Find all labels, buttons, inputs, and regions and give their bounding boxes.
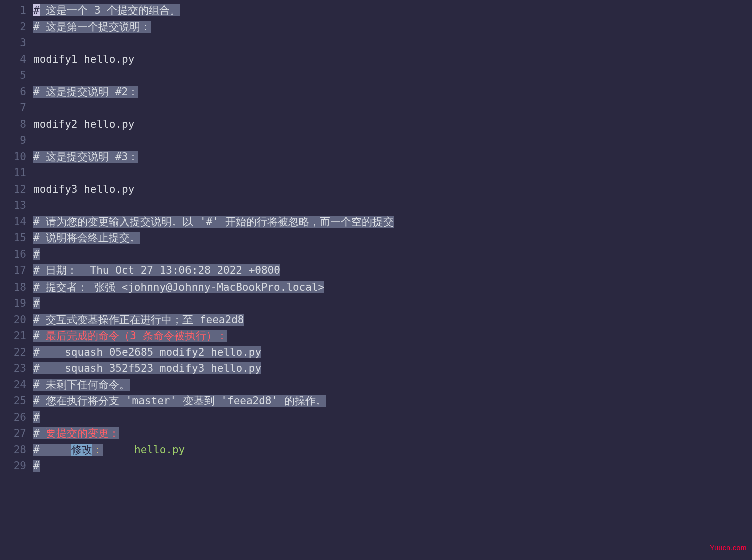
line-number: 12	[0, 181, 28, 198]
line-number: 25	[0, 393, 28, 409]
code-line[interactable]	[33, 132, 394, 149]
code-segment: #	[33, 248, 40, 260]
code-line[interactable]: # 您在执行将分支 'master' 变基到 'feea2d8' 的操作。	[33, 393, 394, 409]
code-segment: # 提交者： 张强 <johnny@Johnny-MacBookPro.loca…	[33, 281, 324, 293]
code-line[interactable]: # 最后完成的命令（3 条命令被执行）：	[33, 328, 394, 344]
line-number: 3	[0, 35, 28, 51]
watermark: Yuucn.com	[710, 540, 747, 556]
line-number: 26	[0, 409, 28, 426]
line-number: 27	[0, 425, 28, 442]
line-number: 6	[0, 84, 28, 100]
line-number: 16	[0, 246, 28, 263]
code-line[interactable]: # 请为您的变更输入提交说明。以 '#' 开始的行将被忽略，而一个空的提交	[33, 214, 394, 230]
code-line[interactable]: #	[33, 409, 394, 426]
line-number: 14	[0, 214, 28, 230]
code-segment: hello.py	[134, 444, 185, 456]
code-line[interactable]	[33, 35, 394, 51]
line-number: 17	[0, 262, 28, 279]
code-line[interactable]: # 日期： Thu Oct 27 13:06:28 2022 +0800	[33, 262, 394, 279]
code-segment: modify2 hello.py	[33, 118, 134, 130]
code-segment: # 这是第一个提交说明：	[33, 21, 151, 33]
code-segment: # squash 352f523 modify3 hello.py	[33, 362, 261, 374]
code-editor[interactable]: 1234567891011121314151617181920212223242…	[0, 0, 752, 474]
code-line[interactable]: # 这是一个 3 个提交的组合。	[33, 2, 394, 19]
line-number: 13	[0, 197, 28, 214]
code-line[interactable]: # squash 352f523 modify3 hello.py	[33, 360, 394, 377]
code-segment: 这是一个 3 个提交的组合。	[40, 4, 181, 16]
code-segment	[103, 444, 134, 456]
code-line[interactable]: modify2 hello.py	[33, 116, 394, 133]
code-segment: # 您在执行将分支 'master' 变基到 'feea2d8' 的操作。	[33, 395, 326, 407]
code-line[interactable]	[33, 197, 394, 214]
code-segment: 修改	[71, 444, 92, 456]
line-number: 22	[0, 344, 28, 361]
line-number: 10	[0, 149, 28, 165]
line-number: 21	[0, 328, 28, 344]
code-segment: modify3 hello.py	[33, 183, 134, 195]
line-number: 18	[0, 279, 28, 296]
code-segment: #	[33, 297, 40, 309]
line-number: 24	[0, 377, 28, 393]
code-line[interactable]: #	[33, 246, 394, 263]
line-number: 4	[0, 51, 28, 68]
line-number: 19	[0, 295, 28, 312]
line-number: 1	[0, 2, 28, 19]
code-line[interactable]	[33, 100, 394, 116]
code-line[interactable]: # 这是第一个提交说明：	[33, 19, 394, 35]
code-line[interactable]: #	[33, 458, 394, 474]
code-segment: #	[33, 444, 40, 456]
code-segment: # 说明将会终止提交。	[33, 232, 140, 244]
line-number: 9	[0, 132, 28, 149]
code-segment: #	[33, 427, 46, 439]
line-number: 23	[0, 360, 28, 377]
line-number: 8	[0, 116, 28, 133]
code-area[interactable]: # 这是一个 3 个提交的组合。# 这是第一个提交说明：modify1 hell…	[30, 2, 394, 474]
code-segment: # 这是提交说明 #3：	[33, 151, 138, 163]
line-number: 29	[0, 458, 28, 474]
code-segment: #	[33, 460, 40, 472]
code-line[interactable]	[33, 67, 394, 84]
code-segment: #	[33, 330, 46, 342]
code-line[interactable]: # 要提交的变更：	[33, 425, 394, 442]
code-segment: # 日期： Thu Oct 27 13:06:28 2022 +0800	[33, 264, 280, 276]
code-line[interactable]: # 未剩下任何命令。	[33, 377, 394, 393]
code-line[interactable]: # 这是提交说明 #2：	[33, 84, 394, 100]
line-number: 15	[0, 230, 28, 246]
line-number: 11	[0, 165, 28, 181]
line-number: 7	[0, 100, 28, 116]
code-segment: # squash 05e2685 modify2 hello.py	[33, 346, 261, 358]
code-line[interactable]: # squash 05e2685 modify2 hello.py	[33, 344, 394, 361]
code-line[interactable]: #	[33, 295, 394, 312]
code-segment: ：	[92, 444, 103, 456]
code-line[interactable]: # 这是提交说明 #3：	[33, 149, 394, 165]
code-segment: 最后完成的命令（3 条命令被执行）：	[46, 330, 227, 342]
line-number: 20	[0, 312, 28, 328]
code-segment: # 请为您的变更输入提交说明。以 '#' 开始的行将被忽略，而一个空的提交	[33, 216, 394, 228]
code-line[interactable]: modify1 hello.py	[33, 51, 394, 68]
code-segment: #	[33, 4, 40, 16]
line-number: 2	[0, 19, 28, 35]
code-segment: modify1 hello.py	[33, 53, 134, 65]
code-line[interactable]: # 提交者： 张强 <johnny@Johnny-MacBookPro.loca…	[33, 279, 394, 296]
line-number-gutter: 1234567891011121314151617181920212223242…	[0, 2, 30, 474]
line-number: 5	[0, 67, 28, 84]
code-segment	[40, 444, 71, 456]
line-number: 28	[0, 442, 28, 458]
code-segment: # 这是提交说明 #2：	[33, 86, 138, 98]
code-line[interactable]	[33, 165, 394, 181]
code-line[interactable]: # 交互式变基操作正在进行中；至 feea2d8	[33, 312, 394, 328]
code-segment: # 未剩下任何命令。	[33, 379, 130, 391]
code-line[interactable]: # 修改： hello.py	[33, 442, 394, 458]
code-segment: #	[33, 411, 40, 423]
code-segment: # 交互式变基操作正在进行中；至 feea2d8	[33, 314, 244, 326]
code-line[interactable]: modify3 hello.py	[33, 181, 394, 198]
code-segment: 要提交的变更：	[46, 427, 119, 439]
code-line[interactable]: # 说明将会终止提交。	[33, 230, 394, 246]
